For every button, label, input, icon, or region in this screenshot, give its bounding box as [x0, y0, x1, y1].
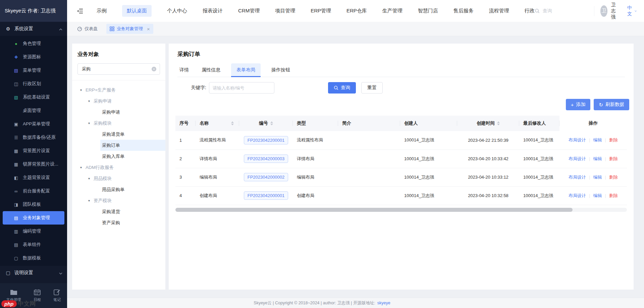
- row-action-2[interactable]: 删除: [609, 137, 618, 142]
- nav-item[interactable]: 行政: [525, 5, 535, 17]
- sidebar-item[interactable]: ☰数据库备份/还原: [3, 131, 64, 144]
- row-action-0[interactable]: 布局设计: [569, 156, 586, 161]
- nav-item[interactable]: ERP管理: [311, 5, 331, 17]
- row-action-1[interactable]: 编辑: [593, 137, 602, 142]
- code-tag[interactable]: FP2023042000001: [244, 191, 288, 200]
- skyeye-link[interactable]: skyeye: [377, 301, 390, 305]
- table-cell: 2023-04-20 10:33:42: [457, 149, 519, 168]
- sidebar-item[interactable]: ▩背景图片设置: [3, 144, 64, 158]
- column-header[interactable]: 创建时间: [457, 116, 519, 131]
- row-action-0[interactable]: 布局设计: [569, 193, 586, 198]
- sidebar-item-label: 业务对象管理: [23, 215, 50, 221]
- data-table: 序号名称编号类型简介创建人创建时间最后修改人操作1流程属性布局FP2023042…: [175, 116, 627, 205]
- sidebar-item[interactable]: ▤菜单管理: [3, 64, 64, 77]
- header-search-input[interactable]: 查询: [535, 6, 594, 16]
- table-cell: 流程属性布局: [196, 131, 239, 149]
- column-header[interactable]: 名称: [196, 116, 239, 131]
- tree-leaf[interactable]: 采购退货单: [72, 129, 165, 140]
- sidebar-item[interactable]: ◨团队模板: [3, 198, 64, 211]
- sidebar-item[interactable]: ▢数据模板: [3, 251, 64, 265]
- nav-item[interactable]: ERP仓库: [346, 5, 367, 17]
- column-header[interactable]: 编号: [239, 116, 293, 131]
- table-row: 3编辑布局FP2023042000002编辑布局100014_卫志强2023-0…: [175, 168, 627, 186]
- nav-item[interactable]: 售后服务: [453, 5, 474, 17]
- nav-item[interactable]: 报表设计: [203, 5, 223, 17]
- keyword-input[interactable]: [209, 82, 274, 94]
- row-action-2[interactable]: 删除: [609, 175, 618, 180]
- code-tag[interactable]: FP2023042000002: [244, 173, 288, 181]
- tree-node-label: 采购退货: [102, 209, 120, 215]
- row-action-0[interactable]: 布局设计: [569, 175, 586, 180]
- nav-item[interactable]: 生产管理: [382, 5, 402, 17]
- column-header: 最后修改人: [519, 116, 559, 131]
- refresh-button[interactable]: ↻ 刷新数据: [594, 99, 629, 110]
- tree-branch[interactable]: ▾ADM行政服务: [72, 162, 165, 173]
- tree-leaf[interactable]: 采购入库单: [72, 151, 165, 162]
- horizontal-scrollbar: [175, 208, 627, 212]
- tree-branch[interactable]: ▾ERP+生产服务: [72, 84, 165, 96]
- sidebar-item[interactable]: ▤表单组件: [3, 238, 64, 251]
- tab-dashboard[interactable]: 仪表盘: [77, 24, 98, 34]
- tree-branch[interactable]: ▾采购申请: [72, 96, 165, 107]
- tree-leaf[interactable]: 资产采购: [72, 217, 165, 228]
- detail-tab[interactable]: 属性信息: [200, 63, 222, 77]
- sidebar-item[interactable]: ▦锁屏背景图片设...: [3, 158, 64, 171]
- sort-icon[interactable]: [270, 121, 273, 125]
- tree-leaf[interactable]: 采购退货: [72, 206, 165, 217]
- nav-item[interactable]: 默认桌面: [122, 5, 152, 17]
- reset-button[interactable]: 重置: [361, 82, 383, 94]
- sidebar-item[interactable]: ◫行政区划: [3, 77, 64, 90]
- tree-branch[interactable]: ▾资产模块: [72, 195, 165, 206]
- tree-leaf[interactable]: 采购申请: [72, 107, 165, 118]
- sidebar-item[interactable]: ●角色管理: [3, 37, 64, 50]
- row-action-1[interactable]: 编辑: [593, 175, 602, 180]
- row-action-1[interactable]: 编辑: [593, 193, 602, 198]
- sidebar-footer-item[interactable]: 笔记: [53, 289, 61, 302]
- detail-tab[interactable]: 表单布局: [231, 63, 261, 77]
- nav-item[interactable]: 个人中心: [167, 5, 187, 17]
- sort-icon[interactable]: [497, 121, 500, 125]
- row-action-0[interactable]: 布局设计: [569, 137, 586, 142]
- sidebar-item[interactable]: ▥编码管理: [3, 225, 64, 238]
- detail-tab[interactable]: 详情: [177, 63, 191, 77]
- table-cell: 详情布局: [293, 149, 338, 168]
- language-selector[interactable]: 中文: [627, 5, 637, 17]
- add-button[interactable]: + 添加: [566, 99, 591, 110]
- sidebar-item[interactable]: 桌面管理: [3, 104, 64, 117]
- sidebar-group[interactable]: ▢说明设置: [0, 266, 67, 280]
- menu-fold-icon[interactable]: [77, 8, 83, 14]
- clear-icon[interactable]: ×: [152, 67, 156, 71]
- code-tag[interactable]: FP2023042200001: [244, 136, 288, 144]
- close-icon[interactable]: ×: [147, 26, 150, 32]
- scrollbar-thumb[interactable]: [175, 208, 573, 212]
- tree-search-input[interactable]: [81, 66, 152, 72]
- query-button[interactable]: 查询: [328, 82, 356, 94]
- column-header: 创建人: [400, 116, 457, 131]
- row-action-2[interactable]: 删除: [609, 156, 618, 161]
- row-action-1[interactable]: 编辑: [593, 156, 602, 161]
- row-action-2[interactable]: 删除: [609, 193, 618, 198]
- tab-business-object-mgmt[interactable]: 业务对象管理 ×: [106, 24, 153, 34]
- sidebar-item[interactable]: ▤业务对象管理: [3, 211, 64, 225]
- tree-branch[interactable]: ▾用品模块: [72, 173, 165, 184]
- sidebar-item[interactable]: ◧主题背景设置: [3, 171, 64, 184]
- sort-icon[interactable]: [231, 121, 234, 125]
- avatar[interactable]: 卫: [600, 5, 607, 17]
- caret-down-icon: ▾: [88, 99, 94, 103]
- sidebar-group[interactable]: ⚙系统设置: [0, 22, 67, 36]
- sidebar-item[interactable]: ❖资源图标: [3, 50, 64, 64]
- nav-item[interactable]: 流程管理: [489, 5, 509, 17]
- copyright-text: Skyeye云 | Copyright © 2018~2024 | author…: [254, 300, 375, 306]
- sidebar-item[interactable]: ▧系统基础设置: [3, 90, 64, 104]
- detail-tab[interactable]: 操作按钮: [269, 63, 292, 77]
- tree-leaf[interactable]: 用品采购单: [72, 184, 165, 195]
- sidebar-item[interactable]: ▣APP菜单管理: [3, 117, 64, 131]
- code-tag[interactable]: FP2023042000003: [244, 155, 288, 163]
- nav-item[interactable]: 项目管理: [275, 5, 295, 17]
- tree-leaf[interactable]: 采购订单: [72, 140, 165, 151]
- nav-item[interactable]: 智慧门店: [418, 5, 438, 17]
- tree-branch[interactable]: ▾采购模块: [72, 118, 165, 129]
- nav-item[interactable]: CRM管理: [238, 5, 260, 17]
- nav-item[interactable]: 示例: [97, 5, 107, 17]
- sidebar-item[interactable]: ∞前台服务配置: [3, 184, 64, 198]
